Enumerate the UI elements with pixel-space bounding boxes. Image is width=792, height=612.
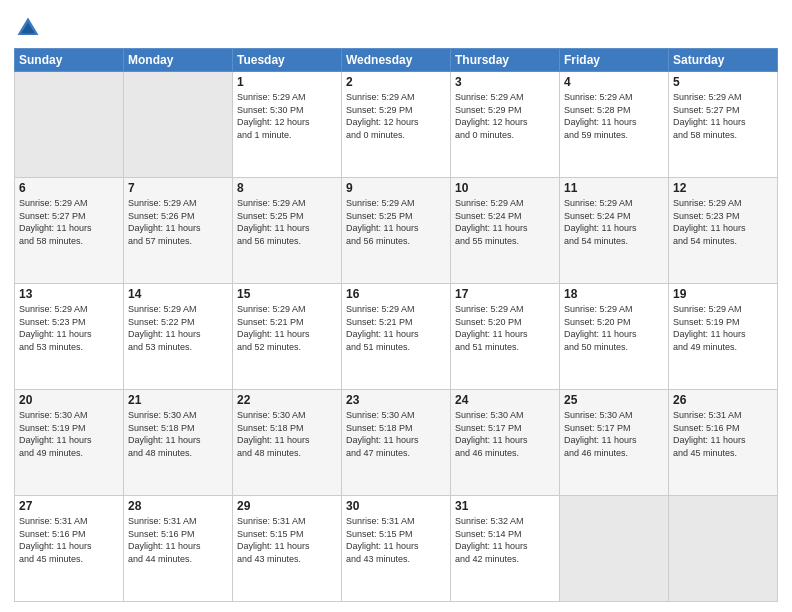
calendar-cell: 2Sunrise: 5:29 AM Sunset: 5:29 PM Daylig…	[342, 72, 451, 178]
day-number: 29	[237, 499, 337, 513]
calendar-cell: 1Sunrise: 5:29 AM Sunset: 5:30 PM Daylig…	[233, 72, 342, 178]
day-info: Sunrise: 5:31 AM Sunset: 5:16 PM Dayligh…	[19, 515, 119, 565]
day-number: 21	[128, 393, 228, 407]
day-info: Sunrise: 5:29 AM Sunset: 5:25 PM Dayligh…	[346, 197, 446, 247]
calendar-header-thursday: Thursday	[451, 49, 560, 72]
day-info: Sunrise: 5:29 AM Sunset: 5:29 PM Dayligh…	[455, 91, 555, 141]
day-number: 16	[346, 287, 446, 301]
day-info: Sunrise: 5:31 AM Sunset: 5:16 PM Dayligh…	[128, 515, 228, 565]
day-number: 1	[237, 75, 337, 89]
day-number: 22	[237, 393, 337, 407]
logo-icon	[14, 14, 42, 42]
calendar-cell: 18Sunrise: 5:29 AM Sunset: 5:20 PM Dayli…	[560, 284, 669, 390]
day-info: Sunrise: 5:29 AM Sunset: 5:24 PM Dayligh…	[564, 197, 664, 247]
day-info: Sunrise: 5:29 AM Sunset: 5:22 PM Dayligh…	[128, 303, 228, 353]
calendar-cell: 23Sunrise: 5:30 AM Sunset: 5:18 PM Dayli…	[342, 390, 451, 496]
calendar-cell: 22Sunrise: 5:30 AM Sunset: 5:18 PM Dayli…	[233, 390, 342, 496]
day-number: 7	[128, 181, 228, 195]
calendar-cell: 24Sunrise: 5:30 AM Sunset: 5:17 PM Dayli…	[451, 390, 560, 496]
day-info: Sunrise: 5:29 AM Sunset: 5:20 PM Dayligh…	[564, 303, 664, 353]
calendar-cell: 31Sunrise: 5:32 AM Sunset: 5:14 PM Dayli…	[451, 496, 560, 602]
day-info: Sunrise: 5:29 AM Sunset: 5:25 PM Dayligh…	[237, 197, 337, 247]
day-info: Sunrise: 5:30 AM Sunset: 5:17 PM Dayligh…	[455, 409, 555, 459]
day-info: Sunrise: 5:32 AM Sunset: 5:14 PM Dayligh…	[455, 515, 555, 565]
calendar-week-3: 13Sunrise: 5:29 AM Sunset: 5:23 PM Dayli…	[15, 284, 778, 390]
calendar-cell: 15Sunrise: 5:29 AM Sunset: 5:21 PM Dayli…	[233, 284, 342, 390]
day-number: 17	[455, 287, 555, 301]
calendar-cell: 14Sunrise: 5:29 AM Sunset: 5:22 PM Dayli…	[124, 284, 233, 390]
day-number: 25	[564, 393, 664, 407]
calendar-week-5: 27Sunrise: 5:31 AM Sunset: 5:16 PM Dayli…	[15, 496, 778, 602]
day-number: 31	[455, 499, 555, 513]
calendar-cell: 6Sunrise: 5:29 AM Sunset: 5:27 PM Daylig…	[15, 178, 124, 284]
calendar-cell: 29Sunrise: 5:31 AM Sunset: 5:15 PM Dayli…	[233, 496, 342, 602]
day-info: Sunrise: 5:30 AM Sunset: 5:19 PM Dayligh…	[19, 409, 119, 459]
day-info: Sunrise: 5:29 AM Sunset: 5:26 PM Dayligh…	[128, 197, 228, 247]
day-number: 6	[19, 181, 119, 195]
calendar-cell: 20Sunrise: 5:30 AM Sunset: 5:19 PM Dayli…	[15, 390, 124, 496]
calendar-header-friday: Friday	[560, 49, 669, 72]
day-info: Sunrise: 5:29 AM Sunset: 5:24 PM Dayligh…	[455, 197, 555, 247]
day-number: 13	[19, 287, 119, 301]
day-info: Sunrise: 5:29 AM Sunset: 5:23 PM Dayligh…	[19, 303, 119, 353]
day-number: 11	[564, 181, 664, 195]
day-info: Sunrise: 5:29 AM Sunset: 5:28 PM Dayligh…	[564, 91, 664, 141]
day-number: 20	[19, 393, 119, 407]
day-number: 8	[237, 181, 337, 195]
calendar-cell: 12Sunrise: 5:29 AM Sunset: 5:23 PM Dayli…	[669, 178, 778, 284]
day-info: Sunrise: 5:29 AM Sunset: 5:20 PM Dayligh…	[455, 303, 555, 353]
day-info: Sunrise: 5:29 AM Sunset: 5:21 PM Dayligh…	[237, 303, 337, 353]
calendar-cell: 11Sunrise: 5:29 AM Sunset: 5:24 PM Dayli…	[560, 178, 669, 284]
day-number: 12	[673, 181, 773, 195]
day-number: 19	[673, 287, 773, 301]
calendar-cell: 8Sunrise: 5:29 AM Sunset: 5:25 PM Daylig…	[233, 178, 342, 284]
calendar-cell: 9Sunrise: 5:29 AM Sunset: 5:25 PM Daylig…	[342, 178, 451, 284]
day-number: 5	[673, 75, 773, 89]
page: SundayMondayTuesdayWednesdayThursdayFrid…	[0, 0, 792, 612]
calendar-cell: 4Sunrise: 5:29 AM Sunset: 5:28 PM Daylig…	[560, 72, 669, 178]
calendar-cell: 5Sunrise: 5:29 AM Sunset: 5:27 PM Daylig…	[669, 72, 778, 178]
calendar-cell	[124, 72, 233, 178]
day-info: Sunrise: 5:30 AM Sunset: 5:18 PM Dayligh…	[237, 409, 337, 459]
calendar-cell: 28Sunrise: 5:31 AM Sunset: 5:16 PM Dayli…	[124, 496, 233, 602]
calendar-cell: 26Sunrise: 5:31 AM Sunset: 5:16 PM Dayli…	[669, 390, 778, 496]
calendar-week-4: 20Sunrise: 5:30 AM Sunset: 5:19 PM Dayli…	[15, 390, 778, 496]
day-number: 18	[564, 287, 664, 301]
calendar-header-tuesday: Tuesday	[233, 49, 342, 72]
logo	[14, 14, 46, 42]
calendar-header-saturday: Saturday	[669, 49, 778, 72]
day-number: 30	[346, 499, 446, 513]
day-info: Sunrise: 5:29 AM Sunset: 5:27 PM Dayligh…	[673, 91, 773, 141]
day-number: 9	[346, 181, 446, 195]
day-number: 24	[455, 393, 555, 407]
day-number: 15	[237, 287, 337, 301]
calendar-cell: 30Sunrise: 5:31 AM Sunset: 5:15 PM Dayli…	[342, 496, 451, 602]
day-info: Sunrise: 5:29 AM Sunset: 5:21 PM Dayligh…	[346, 303, 446, 353]
calendar-header-row: SundayMondayTuesdayWednesdayThursdayFrid…	[15, 49, 778, 72]
day-number: 2	[346, 75, 446, 89]
day-info: Sunrise: 5:31 AM Sunset: 5:15 PM Dayligh…	[237, 515, 337, 565]
calendar-cell: 21Sunrise: 5:30 AM Sunset: 5:18 PM Dayli…	[124, 390, 233, 496]
calendar-week-2: 6Sunrise: 5:29 AM Sunset: 5:27 PM Daylig…	[15, 178, 778, 284]
calendar-cell: 17Sunrise: 5:29 AM Sunset: 5:20 PM Dayli…	[451, 284, 560, 390]
calendar-header-monday: Monday	[124, 49, 233, 72]
calendar-cell: 27Sunrise: 5:31 AM Sunset: 5:16 PM Dayli…	[15, 496, 124, 602]
calendar-header-wednesday: Wednesday	[342, 49, 451, 72]
day-info: Sunrise: 5:31 AM Sunset: 5:16 PM Dayligh…	[673, 409, 773, 459]
calendar-cell: 13Sunrise: 5:29 AM Sunset: 5:23 PM Dayli…	[15, 284, 124, 390]
calendar-cell: 7Sunrise: 5:29 AM Sunset: 5:26 PM Daylig…	[124, 178, 233, 284]
calendar-week-1: 1Sunrise: 5:29 AM Sunset: 5:30 PM Daylig…	[15, 72, 778, 178]
calendar-cell	[669, 496, 778, 602]
day-number: 26	[673, 393, 773, 407]
calendar-cell: 10Sunrise: 5:29 AM Sunset: 5:24 PM Dayli…	[451, 178, 560, 284]
day-number: 14	[128, 287, 228, 301]
day-number: 3	[455, 75, 555, 89]
calendar-cell: 19Sunrise: 5:29 AM Sunset: 5:19 PM Dayli…	[669, 284, 778, 390]
day-info: Sunrise: 5:30 AM Sunset: 5:17 PM Dayligh…	[564, 409, 664, 459]
day-number: 28	[128, 499, 228, 513]
header	[14, 10, 778, 42]
day-info: Sunrise: 5:29 AM Sunset: 5:19 PM Dayligh…	[673, 303, 773, 353]
calendar-table: SundayMondayTuesdayWednesdayThursdayFrid…	[14, 48, 778, 602]
calendar-cell	[15, 72, 124, 178]
day-info: Sunrise: 5:29 AM Sunset: 5:30 PM Dayligh…	[237, 91, 337, 141]
